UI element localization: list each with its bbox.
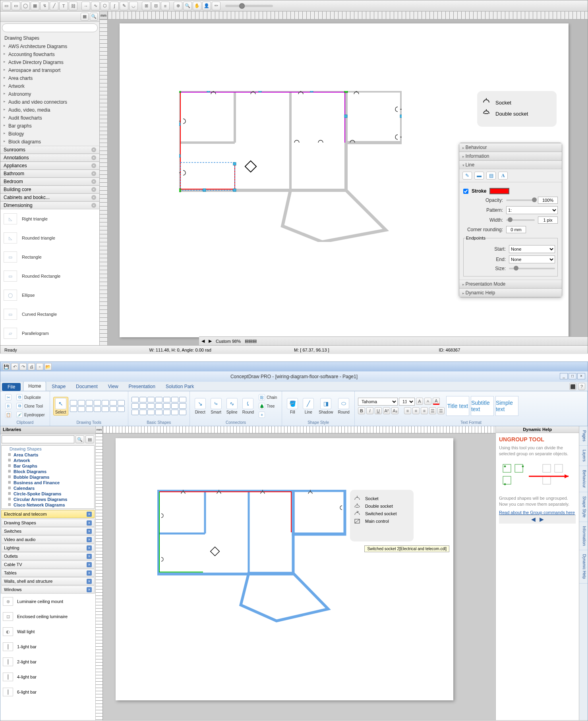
style-icon[interactable]: ⬛ — [569, 383, 576, 390]
lib-category[interactable]: Tables× — [1, 569, 95, 577]
side-tab-layers[interactable]: Layers — [579, 446, 588, 466]
panel-header[interactable]: Appliances× — [0, 162, 99, 170]
open-icon[interactable]: 📂 — [44, 363, 52, 370]
spline-button[interactable]: ∿Spline — [225, 397, 239, 415]
tab-solution-park[interactable]: Solution Park — [161, 382, 199, 391]
lib-shape[interactable]: ◐Wall light — [0, 624, 95, 639]
lib-shape[interactable]: ┃4-light bar — [0, 669, 95, 684]
zoom-icon[interactable]: 🔍 — [183, 2, 192, 10]
lib-shape[interactable]: ⊡Enclosed ceiling luminaire — [0, 609, 95, 624]
shape-item[interactable]: ◺Rounded triangle — [0, 228, 99, 247]
simple-text-button[interactable]: Simple text — [495, 396, 518, 416]
presentation-section[interactable]: Presentation Mode — [459, 280, 562, 288]
tree-button[interactable]: 🌲Tree — [257, 402, 279, 410]
subtitle-text-button[interactable]: Subtitle text — [471, 396, 494, 416]
text-tool-icon[interactable]: T — [59, 2, 68, 10]
print-icon[interactable]: 🖨 — [28, 363, 35, 370]
tree-item[interactable]: Bar Graphs — [2, 463, 94, 469]
tree-item[interactable]: Block Diagrams — [2, 469, 94, 474]
tree-item[interactable]: Bar graphs — [0, 122, 99, 130]
opacity-input[interactable] — [538, 197, 558, 204]
lib-category[interactable]: Switches× — [1, 527, 95, 535]
panel-header[interactable]: Annotations× — [0, 154, 99, 162]
italic-icon[interactable]: I — [366, 407, 373, 414]
pattern-select[interactable]: 1: — [506, 206, 558, 214]
lib-category[interactable]: Cable TV× — [1, 561, 95, 568]
tree-item[interactable]: Artwork — [2, 458, 94, 463]
tree-item[interactable]: Active Directory Diagrams — [0, 58, 99, 66]
underline-icon[interactable]: U — [375, 407, 382, 414]
tree-item[interactable]: Calendars — [2, 485, 94, 491]
end-select[interactable]: None — [509, 255, 555, 263]
tab-shape[interactable]: Shape — [47, 382, 70, 391]
zoom-fit-icon[interactable]: ⊕ — [174, 2, 182, 10]
pencil-icon[interactable]: ✏ — [212, 2, 220, 10]
width-input[interactable] — [538, 216, 558, 224]
side-tab-dynamic-help[interactable]: Dynamic Help — [579, 550, 588, 583]
tree-item[interactable]: Business and Finance — [2, 480, 94, 485]
plus-button[interactable]: + — [257, 411, 279, 419]
panel-header[interactable]: Bathroom× — [0, 170, 99, 178]
tree-item[interactable]: Area charts — [0, 74, 99, 82]
tab-view[interactable]: View — [103, 382, 123, 391]
poly-icon[interactable]: ⬡ — [101, 2, 109, 10]
tree-item[interactable]: Astronomy — [0, 90, 99, 98]
find-lib-icon[interactable]: 🔍 — [90, 13, 98, 21]
side-tab-information[interactable]: Information — [579, 522, 588, 550]
smart-button[interactable]: ⤷Smart — [209, 397, 223, 415]
tab-document[interactable]: Document — [71, 382, 103, 391]
lib-category-active[interactable]: Electrical and telecom× — [1, 510, 95, 518]
start-select[interactable]: None — [509, 245, 555, 253]
lib-shape[interactable]: ⊗Luminaire ceiling mount — [0, 594, 95, 609]
copy-button[interactable]: ⎘ — [4, 402, 13, 410]
tree-item[interactable]: AWS Architecture Diagrams — [0, 43, 99, 50]
align-center-icon[interactable]: ≡ — [412, 407, 420, 414]
connector-tool-icon[interactable]: ↯ — [40, 2, 49, 10]
dynhelp-section[interactable]: Dynamic Help — [459, 288, 562, 297]
lib-menu-icon[interactable]: ▤ — [85, 435, 94, 443]
stroke-checkbox[interactable] — [463, 189, 468, 194]
bezier-icon[interactable]: ∫ — [110, 2, 119, 10]
grow-font-icon[interactable]: A — [416, 398, 423, 405]
numbering-icon[interactable]: ☰ — [437, 407, 445, 414]
shape-item[interactable]: ▭Curved Rectangle — [0, 305, 99, 324]
grid-view-icon[interactable]: ▦ — [81, 13, 89, 21]
shape-search-input[interactable] — [2, 23, 98, 32]
floor-plan-2[interactable] — [157, 490, 348, 633]
ungroup-icon[interactable]: ⊟ — [151, 2, 160, 10]
size-slider[interactable] — [509, 268, 555, 269]
tree-item[interactable]: Audio, video, media — [0, 106, 99, 114]
shape-item[interactable]: ▱Rounded Parallelogram — [0, 343, 99, 345]
select-button[interactable]: ↖Select — [53, 397, 68, 416]
panel-header[interactable]: Cabinets and bookc...× — [0, 193, 99, 201]
tree-item[interactable]: Area Charts — [2, 452, 94, 458]
next-arrow-icon[interactable]: ▶ — [540, 516, 544, 522]
eyedropper-button[interactable]: 💉Eyedropper — [15, 411, 46, 419]
tree-item[interactable]: Circular Arrows Diagrams — [2, 497, 94, 502]
round-conn-button[interactable]: ⤹Round — [241, 397, 255, 415]
direct-button[interactable]: ↘Direct — [193, 397, 207, 415]
shape-item[interactable]: ▱Parallelogram — [0, 324, 99, 343]
category-tree[interactable]: Drawing Shapes AWS Architecture Diagrams… — [0, 34, 99, 146]
drawing-page[interactable]: Socket Double socket Behaviour Informati… — [120, 23, 569, 337]
rect-tool-icon[interactable]: ▭ — [12, 2, 20, 10]
line-section[interactable]: Line — [459, 160, 562, 169]
fill-button[interactable]: 🪣Fill — [285, 397, 300, 415]
shadow-button[interactable]: ◨Shadow — [317, 397, 335, 415]
side-tab-pages[interactable]: Pages — [579, 426, 588, 446]
information-section[interactable]: Information — [459, 152, 562, 160]
redo-icon[interactable]: ↷ — [19, 363, 27, 370]
basic-shapes-grid[interactable] — [132, 397, 186, 415]
align-icon[interactable]: ≡ — [161, 2, 170, 10]
shape-item[interactable]: ▭Rounded Rectangle — [0, 267, 99, 286]
tree-item[interactable]: Cisco Network Diagrams — [2, 502, 94, 508]
chain-tool-icon[interactable]: ⛓ — [69, 2, 77, 10]
panel-header[interactable]: Bedroom× — [0, 178, 99, 186]
maximize-icon[interactable]: □ — [569, 373, 576, 379]
help-icon[interactable]: ? — [578, 383, 585, 390]
line-tool-icon[interactable]: ╱ — [50, 2, 58, 10]
help-link[interactable]: Read about the Group commands here — [499, 510, 575, 515]
shrink-font-icon[interactable]: A — [424, 398, 431, 405]
lib-category[interactable]: Windows× — [1, 586, 95, 593]
arrow-icon[interactable]: → — [81, 2, 90, 10]
